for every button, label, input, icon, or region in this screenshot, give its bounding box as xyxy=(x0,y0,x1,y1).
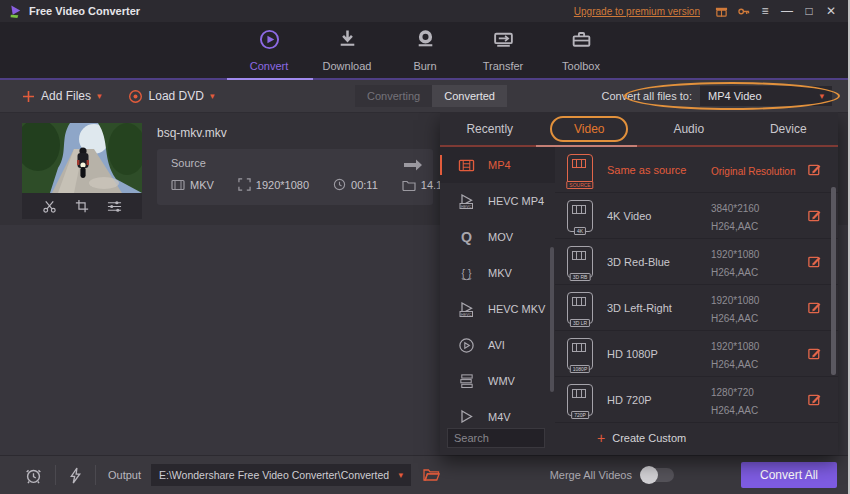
transfer-icon xyxy=(492,28,515,55)
format-item-avi[interactable]: AVI xyxy=(440,327,555,363)
edit-preset-icon[interactable] xyxy=(807,162,822,177)
edit-preset-icon[interactable] xyxy=(807,254,822,269)
file-info: bsq-mkv.mkv Source MKV 1920*1080 00:11 xyxy=(157,123,433,225)
active-tab-underline xyxy=(227,78,313,80)
output-label: Output xyxy=(108,469,141,481)
convert-icon xyxy=(258,28,281,55)
tab-transfer-label: Transfer xyxy=(483,60,524,72)
convert-direction-arrow-icon xyxy=(402,157,424,177)
stat-format: MKV xyxy=(171,178,214,191)
format-item-mov[interactable]: Q MOV xyxy=(440,219,555,255)
format-item-mkv[interactable]: { } MKV xyxy=(440,255,555,291)
format-item-m4v[interactable]: M4V xyxy=(440,399,555,423)
panel-tab-video[interactable]: Video xyxy=(540,112,640,145)
hevc-play-icon: HEVC xyxy=(456,193,476,210)
tab-burn[interactable]: Burn xyxy=(386,28,464,78)
effects-sliders-icon[interactable] xyxy=(107,199,122,214)
download-icon xyxy=(336,28,359,55)
hevc-play-icon: HEVC xyxy=(456,301,476,318)
preset-4k-video[interactable]: 4K 4K Video 3840*2160H264,AAC xyxy=(555,193,838,239)
store-icon[interactable] xyxy=(713,3,729,19)
quicktime-q-icon: Q xyxy=(456,229,476,246)
format-list: MP4 HEVC HEVC MP4 Q MOV { } xyxy=(440,147,555,423)
preset-hd-720p[interactable]: 720P HD 720P 1280*720H264,AAC xyxy=(555,377,838,423)
preset-4k-icon: 4K xyxy=(567,200,593,232)
source-box: Source MKV 1920*1080 00:11 xyxy=(157,149,433,205)
avi-play-circle-icon xyxy=(456,337,476,354)
minimize-button[interactable]: — xyxy=(779,3,795,19)
panel-footer: + Create Custom xyxy=(440,423,838,453)
menu-icon[interactable]: ≡ xyxy=(757,3,773,19)
search-input[interactable] xyxy=(447,428,545,448)
merge-label: Merge All Videos xyxy=(550,469,632,481)
preset-1080p-icon: 1080P xyxy=(567,338,593,370)
main-nav: Convert Download Burn Transfer Toolbox xyxy=(0,22,850,80)
key-icon[interactable] xyxy=(735,3,751,19)
format-item-hevc-mp4[interactable]: HEVC HEVC MP4 xyxy=(440,183,555,219)
clock-icon xyxy=(333,178,346,191)
maximize-button[interactable]: □ xyxy=(801,3,817,19)
tab-download[interactable]: Download xyxy=(308,28,386,78)
svg-text:HEVC: HEVC xyxy=(461,312,472,316)
panel-tab-recently[interactable]: Recently xyxy=(440,112,540,145)
edit-preset-icon[interactable] xyxy=(807,346,822,361)
merge-toggle-knob[interactable] xyxy=(640,466,658,484)
preset-3d-lr-icon: 3D LR xyxy=(567,292,593,324)
tab-converted[interactable]: Converted xyxy=(432,85,507,107)
output-format-caret-icon: ▾ xyxy=(819,91,824,101)
convert-all-button[interactable]: Convert All xyxy=(741,462,837,488)
add-files-button[interactable]: Add Files ▾ xyxy=(22,89,102,103)
output-format-select[interactable]: MP4 Video ▾ xyxy=(700,86,832,106)
tab-transfer[interactable]: Transfer xyxy=(464,28,542,78)
preset-3d-red-blue[interactable]: 3D RB 3D Red-Blue 1920*1080H264,AAC xyxy=(555,239,838,285)
stat-resolution: 1920*1080 xyxy=(238,178,309,191)
merge-all-videos: Merge All Videos xyxy=(550,468,674,482)
preset-hd-1080p[interactable]: 1080P HD 1080P 1920*1080H264,AAC xyxy=(555,331,838,377)
schedule-alarm-icon[interactable] xyxy=(24,466,43,485)
upgrade-link[interactable]: Upgrade to premium version xyxy=(574,6,700,17)
source-label: Source xyxy=(171,157,419,169)
app-logo-icon xyxy=(8,4,23,19)
create-custom-button[interactable]: + Create Custom xyxy=(597,430,686,446)
plus-icon: + xyxy=(597,430,605,446)
mkv-braces-icon: { } xyxy=(456,265,476,282)
preset-list-scrollbar[interactable] xyxy=(831,187,836,375)
convert-to-label: Convert all files to: xyxy=(602,90,692,102)
toolbox-icon xyxy=(570,28,593,55)
output-format-value: MP4 Video xyxy=(708,90,762,102)
format-item-hevc-mkv[interactable]: HEVC HEVC MKV xyxy=(440,291,555,327)
edit-preset-icon[interactable] xyxy=(807,392,822,407)
trim-scissors-icon[interactable] xyxy=(42,199,57,214)
add-files-caret-icon[interactable]: ▾ xyxy=(97,91,102,101)
edit-preset-icon[interactable] xyxy=(807,208,822,223)
tab-burn-label: Burn xyxy=(413,60,436,72)
preset-same-as-source[interactable]: SOURCE Same as source Original Resolutio… xyxy=(555,147,838,193)
svg-text:Q: Q xyxy=(460,229,471,245)
clip-tools xyxy=(22,193,142,219)
panel-tab-device[interactable]: Device xyxy=(739,112,839,145)
video-thumbnail xyxy=(22,123,142,193)
edit-preset-icon[interactable] xyxy=(807,300,822,315)
panel-tabs: Recently Video Audio Device xyxy=(440,112,838,147)
crop-icon[interactable] xyxy=(75,199,89,213)
dvd-icon xyxy=(128,89,143,104)
format-item-mp4[interactable]: MP4 xyxy=(440,147,555,183)
preset-3d-left-right[interactable]: 3D LR 3D Left-Right 1920*1080H264,AAC xyxy=(555,285,838,331)
format-item-wmv[interactable]: WMV xyxy=(440,363,555,399)
high-speed-bolt-icon[interactable] xyxy=(68,467,83,484)
output-path-caret-icon[interactable]: ▾ xyxy=(399,470,404,480)
burn-disc-icon xyxy=(414,28,437,55)
load-dvd-button[interactable]: Load DVD ▾ xyxy=(128,89,215,104)
output-path-field[interactable]: E:\Wondershare Free Video Converter\Conv… xyxy=(151,464,411,486)
panel-tab-audio[interactable]: Audio xyxy=(639,112,739,145)
close-button[interactable]: ✕ xyxy=(823,3,839,19)
tab-converting[interactable]: Converting xyxy=(355,85,432,107)
open-folder-icon[interactable] xyxy=(423,468,440,482)
load-dvd-caret-icon[interactable]: ▾ xyxy=(210,91,215,101)
convert-state-tabs: Converting Converted xyxy=(355,85,507,107)
preset-source-icon: SOURCE xyxy=(567,154,593,186)
tab-toolbox[interactable]: Toolbox xyxy=(542,28,620,78)
tab-convert[interactable]: Convert xyxy=(230,28,308,78)
format-list-scrollbar[interactable] xyxy=(550,247,554,392)
merge-toggle[interactable] xyxy=(642,468,674,482)
